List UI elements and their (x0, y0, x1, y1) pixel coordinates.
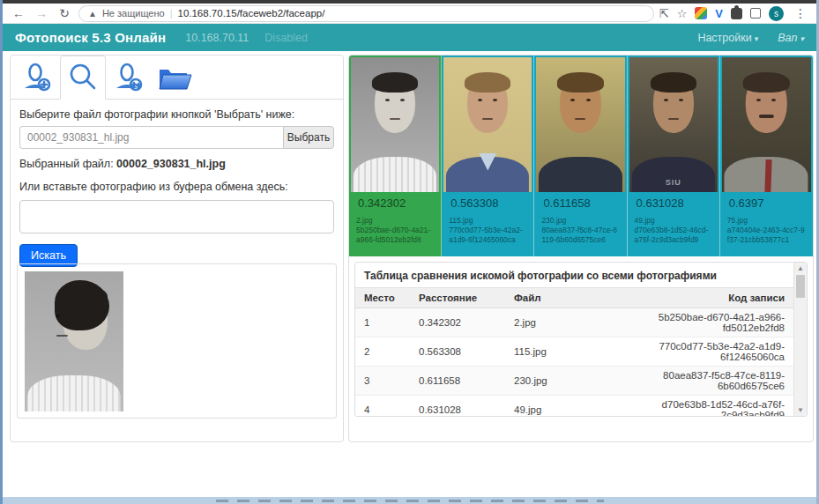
search-panel: Выберите файл фотографии кнопкой 'Выбрат… (10, 55, 344, 442)
extensions-puzzle-icon[interactable] (731, 8, 742, 19)
match-photo (536, 57, 624, 192)
folder-icon (156, 63, 193, 93)
match-thumbnails: 0.342302 2.jpg5b250bae-d670-4a21-a966-fd… (349, 56, 813, 256)
window-bottom-edge (3, 497, 816, 504)
selected-file-name: 00002_930831_hl.jpg (116, 158, 226, 170)
scrollbar-thumb[interactable] (796, 275, 805, 298)
search-form: Выберите файл фотографии кнопкой 'Выбрат… (11, 100, 343, 267)
match-card-3[interactable]: 0.611658 230.jpg80aea837-f5c8-47ce-8119-… (534, 56, 627, 256)
app-navbar: Фотопоиск 5.3 Онлайн 10.168.70.11 Disabl… (3, 24, 816, 51)
col-file: Файл (505, 288, 637, 308)
scroll-down-icon[interactable]: ▼ (794, 404, 807, 416)
results-panel: 0.342302 2.jpg5b250bae-d670-4a21-a966-fd… (348, 55, 814, 442)
query-photo (25, 271, 123, 411)
match-meta: 49.jpgd70e63b8-1d52-46cd-a76f-2c9d3acb9f… (628, 215, 719, 256)
paste-area[interactable] (19, 200, 334, 233)
file-name-input[interactable] (19, 126, 283, 149)
chevron-down-icon: ▾ (800, 34, 804, 43)
match-meta: 115.jpg770c0d77-5b3e-42a2-a1d9-6f1246506… (442, 215, 533, 256)
app-title: Фотопоиск 5.3 Онлайн (15, 30, 166, 45)
back-icon[interactable]: ← (10, 6, 27, 20)
table-row[interactable]: 10.342302 2.jpg5b250bae-d670-4a21-a966-f… (355, 308, 793, 337)
comparison-table-box: Таблица сравнения искомой фотографии со … (354, 262, 808, 417)
app-window: ← → ↻ ▲ Не защищено | 10.168.70.15/facew… (0, 0, 819, 504)
address-bar[interactable]: ▲ Не защищено | 10.168.70.15/faceweb2/fa… (78, 5, 654, 22)
table-row[interactable]: 20.563308 115.jpg770c0d77-5b3e-42a2-a1d9… (355, 337, 793, 367)
extension-colored-icon[interactable] (695, 7, 707, 19)
search-icon (67, 62, 99, 93)
kebab-menu-icon[interactable]: ⋮ (792, 6, 809, 20)
not-secure-icon: ▲ (88, 9, 97, 19)
match-meta: 75.jpga740404e-2463-4cc7-9f37-21cbb53877… (720, 215, 813, 256)
paste-hint-label: Или вставьте фотографию из буфера обмена… (19, 181, 334, 193)
match-meta: 2.jpg5b250bae-d670-4a21-a966-fd5012eb2fd… (349, 215, 441, 256)
match-distance: 0.611658 (534, 192, 626, 215)
match-distance: 0.342302 (349, 192, 441, 215)
match-distance: 0.563308 (442, 192, 533, 215)
tab-add-person[interactable] (14, 56, 60, 100)
comparison-table: Место Расстояние Файл Код записи 10.3423… (355, 287, 793, 416)
col-record: Код записи (637, 288, 793, 308)
match-photo: SIU (629, 57, 718, 192)
match-card-2[interactable]: 0.563308 115.jpg770c0d77-5b3e-42a2-a1d9-… (442, 56, 534, 256)
add-person-icon (20, 63, 54, 93)
table-row[interactable]: 30.611658 230.jpg80aea837-f5c8-47ce-8119… (355, 367, 793, 396)
col-place: Место (355, 288, 410, 308)
security-label: Не защищено (102, 8, 165, 19)
selected-file-line: Выбранный файл: 00002_930831_hl.jpg (19, 158, 334, 170)
table-scrollbar[interactable]: ▲ ▼ (793, 263, 807, 416)
profile-avatar[interactable]: s (769, 6, 784, 21)
url-text: 10.168.70.15/faceweb2/faceapp/ (177, 8, 324, 19)
table-row[interactable]: 40.631028 49.jpgd70e63b8-1d52-46cd-a76f-… (355, 396, 793, 417)
match-photo (722, 57, 811, 192)
bookmark-star-icon[interactable]: ☆ (677, 7, 688, 20)
add-persons-icon (112, 63, 145, 93)
extension-v-icon[interactable]: V (715, 7, 723, 20)
tab-group-icon[interactable] (750, 8, 761, 19)
match-meta: 230.jpg80aea837-f5c8-47ce-8119-6b60d6575… (534, 215, 626, 256)
match-photo (351, 57, 439, 192)
tab-open-folder[interactable] (152, 56, 197, 100)
choose-file-label: Выберите файл фотографии кнопкой 'Выбрат… (19, 108, 334, 121)
browser-toolbar: ← → ↻ ▲ Не защищено | 10.168.70.15/facew… (3, 4, 816, 24)
share-icon[interactable]: ⇱ (659, 7, 669, 20)
browser-actions: ⇱ ☆ V s ⋮ (659, 6, 809, 21)
chevron-down-icon: ▾ (755, 34, 759, 43)
omnibox-separator: | (170, 8, 173, 19)
table-title: Таблица сравнения искомой фотографии со … (355, 263, 793, 287)
match-card-4[interactable]: SIU 0.631028 49.jpgd70e63b8-1d52-46cd-a7… (628, 56, 720, 256)
comparison-table-scroll: Таблица сравнения искомой фотографии со … (355, 263, 793, 416)
col-distance: Расстояние (410, 288, 505, 308)
match-card-5[interactable]: 0.6397 75.jpga740404e-2463-4cc7-9f37-21c… (720, 56, 813, 256)
reload-icon[interactable]: ↻ (56, 6, 73, 20)
match-photo (443, 57, 532, 192)
user-menu[interactable]: Ban▾ (778, 32, 804, 44)
table-header-row: Место Расстояние Файл Код записи (355, 288, 793, 308)
scroll-up-icon[interactable]: ▲ (794, 263, 807, 274)
match-distance: 0.6397 (720, 192, 813, 215)
browse-button[interactable]: Выбрать (283, 126, 334, 149)
settings-menu[interactable]: Настройки▾ (697, 32, 758, 44)
tab-add-persons[interactable] (106, 56, 152, 100)
query-photo-card (17, 263, 337, 419)
match-card-1[interactable]: 0.342302 2.jpg5b250bae-d670-4a21-a966-fd… (349, 56, 442, 256)
server-address: 10.168.70.11 (185, 32, 249, 44)
forward-icon[interactable]: → (33, 6, 50, 20)
tab-search-active[interactable] (60, 56, 106, 100)
status-label: Disabled (264, 32, 308, 44)
match-distance: 0.631028 (628, 192, 719, 215)
taskbar-sliver (216, 500, 604, 502)
tool-tabs (11, 56, 343, 100)
